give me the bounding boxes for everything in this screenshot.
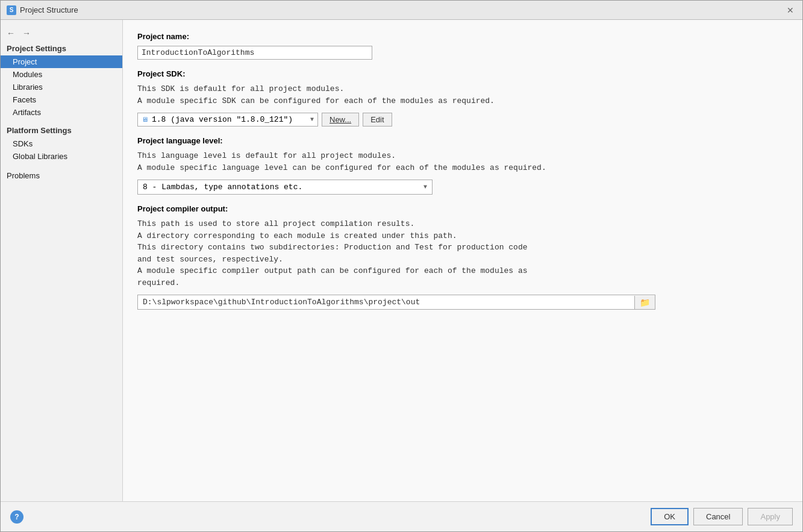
sidebar-item-sdks[interactable]: SDKs [1,137,122,150]
nav-arrows: ← → [1,25,122,42]
title-bar: S Project Structure ✕ [1,1,802,20]
sdk-new-button[interactable]: New... [322,113,359,127]
lang-value: 8 - Lambdas, type annotations etc. [143,183,302,192]
sdk-dropdown[interactable]: 🖥 1.8 (java version "1.8.0_121") ▼ [137,113,318,127]
sidebar-item-artifacts[interactable]: Artifacts [1,106,122,119]
nav-separator [1,119,122,124]
lang-description: This language level is default for all p… [137,150,788,174]
sdk-description: This SDK is default for all project modu… [137,83,788,107]
sidebar-item-modules[interactable]: Modules [1,68,122,81]
compiler-label: Project compiler output: [137,204,788,213]
lang-section: Project language level: This language le… [137,136,788,195]
nav-separator-2 [1,163,122,167]
sidebar-item-global-libraries[interactable]: Global Libraries [1,150,122,163]
window-title: Project Structure [20,5,78,14]
project-name-label: Project name: [137,32,788,41]
sidebar-item-project[interactable]: Project [1,55,122,68]
ok-button[interactable]: OK [651,508,689,525]
apply-button[interactable]: Apply [748,508,793,525]
close-button[interactable]: ✕ [784,4,796,16]
main-content: ← → Project Settings Project Modules Lib… [1,20,802,501]
footer-left: ? [10,510,23,524]
sdk-icon: 🖥 [142,116,148,124]
title-bar-left: S Project Structure [7,5,78,15]
cancel-button[interactable]: Cancel [693,508,743,525]
app-icon: S [7,5,16,15]
sdk-value: 1.8 (java version "1.8.0_121") [152,115,293,124]
platform-settings-header: Platform Settings [1,124,122,137]
compiler-browse-button[interactable]: 📁 [634,296,655,309]
content-area: Project name: Project SDK: This SDK is d… [123,20,802,501]
compiler-path-input[interactable] [138,295,634,309]
forward-button[interactable]: → [21,27,32,39]
project-structure-dialog: S Project Structure ✕ ← → Project Settin… [0,0,803,532]
sdk-label: Project SDK: [137,69,788,78]
sdk-section: Project SDK: This SDK is default for all… [137,69,788,127]
compiler-path-row: 📁 [137,295,655,310]
lang-label: Project language level: [137,136,788,145]
sdk-edit-button[interactable]: Edit [363,113,392,127]
back-button[interactable]: ← [5,27,16,39]
help-button[interactable]: ? [10,510,23,524]
compiler-description: This path is used to store all project c… [137,218,788,289]
sidebar-item-problems[interactable]: Problems [1,167,122,182]
sdk-controls: 🖥 1.8 (java version "1.8.0_121") ▼ New..… [137,113,788,127]
compiler-section: Project compiler output: This path is us… [137,204,788,310]
footer: ? OK Cancel Apply [1,501,802,531]
footer-right: OK Cancel Apply [651,508,793,525]
sidebar: ← → Project Settings Project Modules Lib… [1,20,123,501]
sdk-dropdown-arrow: ▼ [310,116,314,123]
sidebar-item-facets[interactable]: Facets [1,93,122,106]
lang-dropdown-arrow: ▼ [423,184,427,190]
project-settings-header: Project Settings [1,42,122,55]
sidebar-item-libraries[interactable]: Libraries [1,81,122,93]
project-name-input[interactable] [137,46,372,60]
lang-dropdown[interactable]: 8 - Lambdas, type annotations etc. ▼ [137,180,433,195]
